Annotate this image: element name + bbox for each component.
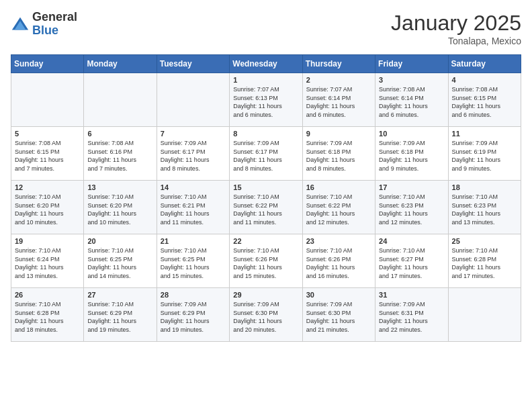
- day-info: Sunrise: 7:10 AM Sunset: 6:26 PM Dayligh…: [233, 246, 298, 280]
- day-info: Sunrise: 7:07 AM Sunset: 6:14 PM Dayligh…: [306, 85, 371, 119]
- day-number: 31: [379, 291, 444, 299]
- day-number: 13: [87, 183, 152, 191]
- calendar-cell: 23Sunrise: 7:10 AM Sunset: 6:26 PM Dayli…: [302, 234, 375, 288]
- calendar-cell: 7Sunrise: 7:09 AM Sunset: 6:17 PM Daylig…: [157, 127, 229, 181]
- day-info: Sunrise: 7:10 AM Sunset: 6:26 PM Dayligh…: [306, 246, 371, 280]
- day-info: Sunrise: 7:10 AM Sunset: 6:25 PM Dayligh…: [161, 246, 226, 280]
- calendar-week-row: 19Sunrise: 7:10 AM Sunset: 6:24 PM Dayli…: [11, 234, 521, 288]
- calendar-cell: 13Sunrise: 7:10 AM Sunset: 6:20 PM Dayli…: [84, 181, 157, 234]
- day-number: 17: [379, 183, 444, 191]
- calendar-cell: 12Sunrise: 7:10 AM Sunset: 6:20 PM Dayli…: [11, 181, 84, 234]
- calendar-cell: 19Sunrise: 7:10 AM Sunset: 6:24 PM Dayli…: [11, 234, 84, 288]
- calendar-header-cell: Tuesday: [157, 55, 229, 73]
- day-info: Sunrise: 7:10 AM Sunset: 6:20 PM Dayligh…: [87, 193, 152, 226]
- day-number: 3: [379, 76, 444, 84]
- day-number: 10: [379, 130, 444, 138]
- calendar-cell: 8Sunrise: 7:09 AM Sunset: 6:17 PM Daylig…: [230, 127, 302, 181]
- calendar-cell: 20Sunrise: 7:10 AM Sunset: 6:25 PM Dayli…: [84, 234, 157, 288]
- day-number: 22: [233, 237, 298, 245]
- day-number: 29: [233, 291, 298, 299]
- day-info: Sunrise: 7:09 AM Sunset: 6:17 PM Dayligh…: [161, 139, 226, 173]
- calendar-cell: 28Sunrise: 7:09 AM Sunset: 6:29 PM Dayli…: [157, 288, 229, 342]
- day-info: Sunrise: 7:10 AM Sunset: 6:22 PM Dayligh…: [306, 193, 371, 226]
- day-number: 6: [87, 130, 152, 138]
- day-info: Sunrise: 7:10 AM Sunset: 6:23 PM Dayligh…: [452, 193, 517, 226]
- calendar-cell: 2Sunrise: 7:07 AM Sunset: 6:14 PM Daylig…: [302, 73, 375, 127]
- calendar-cell: [11, 73, 84, 127]
- day-number: 25: [452, 237, 517, 245]
- day-number: 23: [306, 237, 371, 245]
- logo-blue: Blue: [32, 24, 58, 37]
- day-number: 8: [233, 130, 298, 138]
- calendar-week-row: 26Sunrise: 7:10 AM Sunset: 6:28 PM Dayli…: [11, 288, 521, 342]
- calendar-header-cell: Monday: [84, 55, 157, 73]
- day-info: Sunrise: 7:10 AM Sunset: 6:20 PM Dayligh…: [15, 193, 80, 226]
- day-info: Sunrise: 7:08 AM Sunset: 6:14 PM Dayligh…: [379, 85, 444, 119]
- day-number: 18: [452, 183, 517, 191]
- calendar-header-cell: Thursday: [302, 55, 375, 73]
- day-info: Sunrise: 7:09 AM Sunset: 6:19 PM Dayligh…: [452, 139, 517, 173]
- day-number: 26: [15, 291, 80, 299]
- logo-text: General Blue: [32, 11, 77, 38]
- day-number: 7: [161, 130, 226, 138]
- day-info: Sunrise: 7:10 AM Sunset: 6:29 PM Dayligh…: [87, 300, 152, 334]
- calendar-table: SundayMondayTuesdayWednesdayThursdayFrid…: [11, 54, 521, 342]
- calendar-header-cell: Wednesday: [230, 55, 302, 73]
- day-number: 16: [306, 183, 371, 191]
- calendar-cell: 30Sunrise: 7:09 AM Sunset: 6:30 PM Dayli…: [302, 288, 375, 342]
- calendar-header-cell: Sunday: [11, 55, 84, 73]
- day-number: 19: [15, 237, 80, 245]
- day-number: 11: [452, 130, 517, 138]
- day-info: Sunrise: 7:08 AM Sunset: 6:15 PM Dayligh…: [15, 139, 80, 173]
- day-info: Sunrise: 7:10 AM Sunset: 6:28 PM Dayligh…: [15, 300, 80, 334]
- day-info: Sunrise: 7:07 AM Sunset: 6:13 PM Dayligh…: [233, 85, 298, 119]
- day-info: Sunrise: 7:10 AM Sunset: 6:28 PM Dayligh…: [452, 246, 517, 280]
- day-info: Sunrise: 7:09 AM Sunset: 6:30 PM Dayligh…: [233, 300, 298, 334]
- day-number: 5: [15, 130, 80, 138]
- calendar-cell: 15Sunrise: 7:10 AM Sunset: 6:22 PM Dayli…: [230, 181, 302, 234]
- calendar-body: 1Sunrise: 7:07 AM Sunset: 6:13 PM Daylig…: [11, 73, 521, 342]
- day-number: 2: [306, 76, 371, 84]
- calendar-cell: 24Sunrise: 7:10 AM Sunset: 6:27 PM Dayli…: [375, 234, 448, 288]
- day-info: Sunrise: 7:09 AM Sunset: 6:30 PM Dayligh…: [306, 300, 371, 334]
- day-number: 20: [87, 237, 152, 245]
- day-info: Sunrise: 7:08 AM Sunset: 6:15 PM Dayligh…: [452, 85, 517, 119]
- day-info: Sunrise: 7:09 AM Sunset: 6:29 PM Dayligh…: [161, 300, 226, 334]
- day-number: 12: [15, 183, 80, 191]
- calendar-cell: 4Sunrise: 7:08 AM Sunset: 6:15 PM Daylig…: [448, 73, 521, 127]
- day-number: 24: [379, 237, 444, 245]
- day-info: Sunrise: 7:09 AM Sunset: 6:17 PM Dayligh…: [233, 139, 298, 173]
- calendar-cell: 5Sunrise: 7:08 AM Sunset: 6:15 PM Daylig…: [11, 127, 84, 181]
- calendar-cell: 14Sunrise: 7:10 AM Sunset: 6:21 PM Dayli…: [157, 181, 229, 234]
- day-number: 15: [233, 183, 298, 191]
- calendar-cell: [157, 73, 229, 127]
- logo-icon: [11, 15, 30, 34]
- logo-general: General: [32, 10, 77, 24]
- day-info: Sunrise: 7:09 AM Sunset: 6:18 PM Dayligh…: [379, 139, 444, 173]
- day-info: Sunrise: 7:10 AM Sunset: 6:21 PM Dayligh…: [161, 193, 226, 226]
- calendar-cell: 29Sunrise: 7:09 AM Sunset: 6:30 PM Dayli…: [230, 288, 302, 342]
- calendar-subtitle: Tonalapa, Mexico: [391, 36, 521, 46]
- calendar-week-row: 12Sunrise: 7:10 AM Sunset: 6:20 PM Dayli…: [11, 181, 521, 234]
- day-info: Sunrise: 7:10 AM Sunset: 6:27 PM Dayligh…: [379, 246, 444, 280]
- calendar-cell: 25Sunrise: 7:10 AM Sunset: 6:28 PM Dayli…: [448, 234, 521, 288]
- calendar-header-cell: Friday: [375, 55, 448, 73]
- calendar-cell: 31Sunrise: 7:09 AM Sunset: 6:31 PM Dayli…: [375, 288, 448, 342]
- page-header: General Blue January 2025 Tonalapa, Mexi…: [11, 11, 521, 46]
- day-info: Sunrise: 7:10 AM Sunset: 6:23 PM Dayligh…: [379, 193, 444, 226]
- day-info: Sunrise: 7:09 AM Sunset: 6:31 PM Dayligh…: [379, 300, 444, 334]
- day-info: Sunrise: 7:10 AM Sunset: 6:24 PM Dayligh…: [15, 246, 80, 280]
- day-info: Sunrise: 7:10 AM Sunset: 6:25 PM Dayligh…: [87, 246, 152, 280]
- calendar-cell: 27Sunrise: 7:10 AM Sunset: 6:29 PM Dayli…: [84, 288, 157, 342]
- calendar-cell: 21Sunrise: 7:10 AM Sunset: 6:25 PM Dayli…: [157, 234, 229, 288]
- day-info: Sunrise: 7:10 AM Sunset: 6:22 PM Dayligh…: [233, 193, 298, 226]
- calendar-cell: 11Sunrise: 7:09 AM Sunset: 6:19 PM Dayli…: [448, 127, 521, 181]
- day-number: 9: [306, 130, 371, 138]
- day-number: 30: [306, 291, 371, 299]
- day-number: 4: [452, 76, 517, 84]
- day-number: 27: [87, 291, 152, 299]
- title-block: January 2025 Tonalapa, Mexico: [391, 11, 521, 46]
- calendar-cell: [84, 73, 157, 127]
- calendar-cell: [448, 288, 521, 342]
- day-info: Sunrise: 7:09 AM Sunset: 6:18 PM Dayligh…: [306, 139, 371, 173]
